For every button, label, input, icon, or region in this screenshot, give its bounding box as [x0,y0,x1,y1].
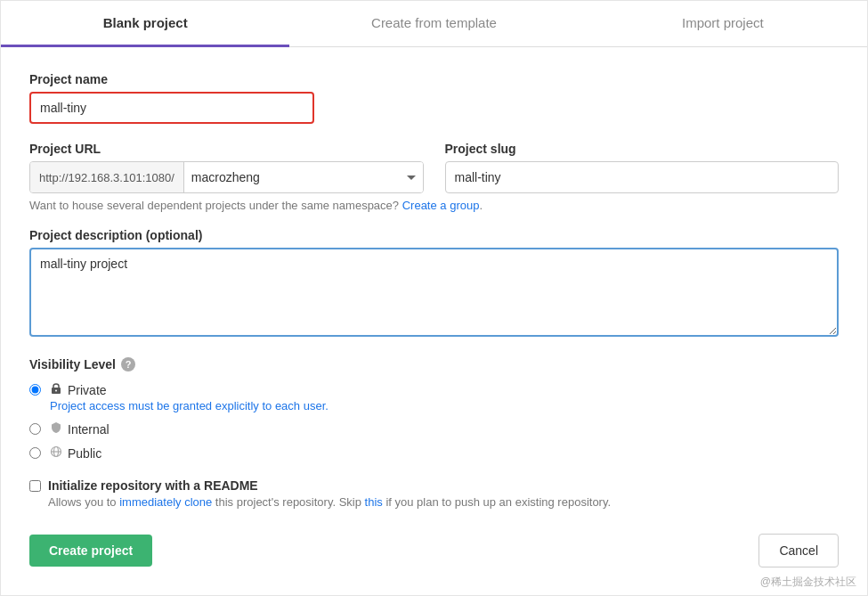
form-content: Project name Project URL http://192.168.… [1,47,867,592]
tab-blank-project[interactable]: Blank project [1,1,289,47]
visibility-group: Visibility Level ? [29,357,839,461]
visibility-public-radio[interactable] [29,447,41,459]
init-readme-section: Initialize repository with a README Allo… [29,478,839,509]
tab-create-from-template[interactable]: Create from template [289,1,578,47]
project-slug-label: Project slug [445,142,840,156]
init-readme-desc: Allows you to immediately clone this pro… [48,495,611,509]
button-row: Create project Cancel [29,534,839,567]
project-slug-input[interactable] [445,161,840,193]
description-label: Project description (optional) [29,228,839,242]
visibility-radio-group: Private Project access must be granted e… [29,382,839,461]
create-project-button[interactable]: Create project [29,535,152,567]
description-group: Project description (optional) mall-tiny… [29,228,839,339]
init-readme-item: Initialize repository with a README Allo… [29,478,839,509]
tab-import-project[interactable]: Import project [579,1,867,47]
watermark: @稀土掘金技术社区 [760,575,856,590]
init-readme-checkbox[interactable] [29,480,41,492]
project-name-group: Project name [29,72,839,124]
create-group-link[interactable]: Create a group [402,199,480,212]
private-desc: Project access must be granted explicitl… [50,399,329,412]
namespace-hint: Want to house several dependent projects… [29,199,839,212]
chevron-down-icon [407,176,416,180]
url-prefix: http://192.168.3.101:1080/ [30,162,184,192]
visibility-public-item: Public [29,445,839,461]
project-name-input[interactable] [29,92,314,124]
visibility-help-icon[interactable]: ? [121,357,135,371]
url-slug-row: Project URL http://192.168.3.101:1080/ m… [29,142,839,193]
visibility-internal-radio[interactable] [29,423,41,435]
tab-bar: Blank project Create from template Impor… [1,1,867,47]
namespace-value: macrozheng [191,170,402,184]
project-name-label: Project name [29,72,839,86]
init-readme-label[interactable]: Initialize repository with a README [48,478,258,493]
visibility-private-radio[interactable] [29,384,41,396]
visibility-level-label: Visibility Level ? [29,357,839,371]
namespace-selector[interactable]: macrozheng [184,162,423,192]
project-slug-section: Project slug [445,142,840,193]
url-input-group: http://192.168.3.101:1080/ macrozheng [29,161,424,193]
project-url-section: Project URL http://192.168.3.101:1080/ m… [29,142,424,193]
visibility-internal-item: Internal [29,421,839,437]
cancel-button[interactable]: Cancel [758,534,839,567]
skip-link[interactable]: this [365,495,383,509]
description-textarea[interactable]: mall-tiny project [29,248,839,337]
shield-icon [50,421,62,437]
globe-icon [50,445,62,461]
visibility-private-item: Private Project access must be granted e… [29,382,839,412]
immediately-clone-link[interactable]: immediately clone [119,495,212,509]
lock-icon [50,382,62,397]
svg-point-1 [55,390,57,392]
project-url-label: Project URL [29,142,424,156]
